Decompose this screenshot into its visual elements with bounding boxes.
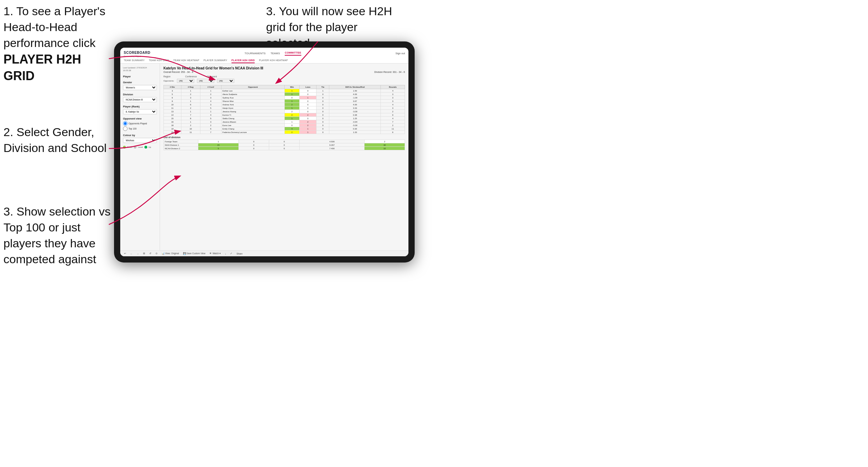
gender-select[interactable]: Women's bbox=[123, 85, 157, 90]
toolbar-expand[interactable]: ⤢ bbox=[229, 252, 233, 255]
cell-rounds: 11 bbox=[381, 127, 405, 131]
toolbar-forward[interactable]: → bbox=[136, 252, 140, 255]
cell-win: 2 bbox=[285, 110, 300, 113]
player-section: Player bbox=[123, 75, 157, 78]
cell-reg: 6 bbox=[181, 103, 200, 106]
toolbar-save-view[interactable]: 💾 Save Custom View bbox=[182, 252, 207, 255]
toolbar-watch[interactable]: 👁 Watch ▾ bbox=[208, 252, 222, 255]
cell-loss: 0 bbox=[299, 93, 317, 96]
opponent-view-section: Opponent view Opponents Played Top 100 bbox=[123, 117, 157, 131]
cell-reg: 7 bbox=[181, 113, 200, 117]
cell-div: 14 bbox=[164, 113, 181, 117]
cell-div: 18 bbox=[164, 124, 181, 127]
sub-nav-team-summary[interactable]: TEAM SUMMARY bbox=[124, 59, 145, 63]
cell-win: 2 bbox=[285, 113, 300, 117]
opponent-select[interactable]: (All) bbox=[217, 79, 234, 83]
col-loss: Loss bbox=[299, 85, 317, 89]
cell-reg: 8 bbox=[181, 117, 200, 120]
cell-opponent: Jessica Mason bbox=[221, 120, 284, 124]
cell-conf: 3 bbox=[200, 120, 221, 124]
ood-table-row: Foreign Team 1 0 0 4.500 2 bbox=[164, 140, 405, 143]
cell-div: 3 bbox=[164, 89, 181, 93]
toolbar-back[interactable]: ← bbox=[129, 252, 134, 255]
radio-opponents-played[interactable]: Opponents Played bbox=[123, 121, 157, 126]
table-row: 15 8 5 Stella Cheng 1 0 0 1.25 4 bbox=[164, 117, 405, 120]
toolbar-share[interactable]: Share bbox=[235, 252, 243, 255]
right-content: Katelyn Vo Head-to-Head Grid for Women's… bbox=[160, 64, 408, 250]
sub-nav-player-summary[interactable]: PLAYER SUMMARY bbox=[204, 59, 227, 63]
col-diff: Diff Av Strokes/Rnd bbox=[329, 85, 381, 89]
nav-links: TOURNAMENTS TEAMS COMMITTEE bbox=[245, 51, 301, 56]
cell-reg: 1 bbox=[181, 89, 200, 93]
cell-tie: 0 bbox=[317, 113, 329, 117]
legend-level bbox=[134, 146, 136, 149]
ood-cell-opponent: NCAA Division 2 bbox=[164, 147, 198, 150]
cell-loss: 1 bbox=[299, 131, 317, 134]
toolbar-circle[interactable]: ⊙ bbox=[154, 252, 159, 255]
cell-reg: 3 bbox=[181, 96, 200, 99]
legend-down bbox=[123, 146, 126, 149]
cell-win: 1 bbox=[285, 120, 300, 124]
region-select[interactable]: (All) bbox=[177, 79, 194, 83]
toolbar-view-original[interactable]: 📊 View: Original bbox=[161, 252, 180, 255]
sub-nav-team-h2h-grid[interactable]: TEAM H2H GRID bbox=[149, 59, 169, 63]
cell-div: 5 bbox=[164, 93, 181, 96]
cell-win: 1 bbox=[285, 106, 300, 110]
toolbar-grid[interactable]: ⊞ bbox=[142, 252, 146, 255]
nav-committee[interactable]: COMMITTEE bbox=[285, 51, 301, 56]
sub-nav-team-h2h-heatmap[interactable]: TEAM H2H HEATMAP bbox=[173, 59, 199, 63]
conference-select[interactable]: (All) bbox=[197, 79, 214, 83]
ood-cell-rounds: 30 bbox=[365, 143, 405, 147]
ood-cell-opponent: NAIA Division 1 bbox=[164, 143, 198, 147]
division-section: Division NCAA Division III bbox=[123, 93, 157, 102]
toolbar-undo[interactable]: ↩ bbox=[123, 252, 127, 255]
nav-tournaments[interactable]: TOURNAMENTS bbox=[245, 52, 266, 55]
cell-tie: 0 bbox=[317, 106, 329, 110]
cell-reg: 2 bbox=[181, 93, 200, 96]
cell-loss: 1 bbox=[299, 127, 317, 131]
player-rank-select[interactable]: 8. Katelyn Vo bbox=[123, 109, 157, 114]
nav-teams[interactable]: TEAMS bbox=[271, 52, 280, 55]
cell-reg: 2 bbox=[181, 106, 200, 110]
cell-reg: 1 bbox=[181, 120, 200, 124]
ood-cell-loss: 0 bbox=[238, 147, 269, 150]
cell-diff: 4.00 bbox=[329, 103, 381, 106]
ood-cell-rounds: 2 bbox=[365, 140, 405, 143]
cell-div: 10 bbox=[164, 103, 181, 106]
cell-opponent: Sharon Mun bbox=[221, 99, 284, 103]
colour-select[interactable]: Win/loss bbox=[123, 138, 157, 143]
filter-row: Region Conference Opponent bbox=[163, 75, 405, 78]
division-select[interactable]: NCAA Division III bbox=[123, 97, 157, 102]
ood-cell-diff: 7.400 bbox=[300, 147, 365, 150]
gender-section: Gender Women's bbox=[123, 81, 157, 90]
bottom-toolbar: ↩ ← → ⊞ ↺ ⊙ 📊 View: Original 💾 Save Cust… bbox=[120, 250, 408, 256]
cell-win: 1 bbox=[285, 99, 300, 103]
cell-tie: 0 bbox=[317, 120, 329, 124]
cell-opponent: Heejo Hyun bbox=[221, 106, 284, 110]
toolbar-download[interactable]: ↓ bbox=[224, 252, 227, 255]
ood-cell-opponent: Foreign Team bbox=[164, 140, 198, 143]
cell-opponent: Andrea York bbox=[221, 103, 284, 106]
cell-opponent: Eunice Yi bbox=[221, 113, 284, 117]
cell-win: 1 bbox=[285, 93, 300, 96]
sub-nav-player-h2h-heatmap[interactable]: PLAYER H2H HEATMAP bbox=[259, 59, 288, 63]
cell-win: 4 bbox=[285, 127, 300, 131]
cell-div: 11 bbox=[164, 106, 181, 110]
legend-level-label: Level bbox=[138, 146, 143, 148]
radio-top100[interactable]: Top 100 bbox=[123, 126, 157, 131]
legend-up-label: Up bbox=[149, 146, 151, 148]
cell-rounds: 4 bbox=[381, 89, 405, 93]
cell-opponent: Stella Cheng bbox=[221, 117, 284, 120]
cell-win: 1 bbox=[285, 117, 300, 120]
cell-reg: 1 bbox=[181, 99, 200, 103]
cell-opponent: Sydney Kuo bbox=[221, 96, 284, 99]
cell-tie: 0 bbox=[317, 93, 329, 96]
division-record: Division Record: 331 - 34 - 6 bbox=[374, 71, 405, 73]
cell-conf: 3 bbox=[200, 96, 221, 99]
sign-out[interactable]: Sign out bbox=[395, 52, 405, 55]
cell-div: 20 bbox=[164, 131, 181, 134]
sub-nav-player-h2h-grid[interactable]: PLAYER H2H GRID bbox=[232, 59, 255, 63]
cell-diff: 3.33 bbox=[329, 106, 381, 110]
toolbar-refresh[interactable]: ↺ bbox=[148, 252, 152, 255]
ood-cell-diff: 9.267 bbox=[300, 143, 365, 147]
